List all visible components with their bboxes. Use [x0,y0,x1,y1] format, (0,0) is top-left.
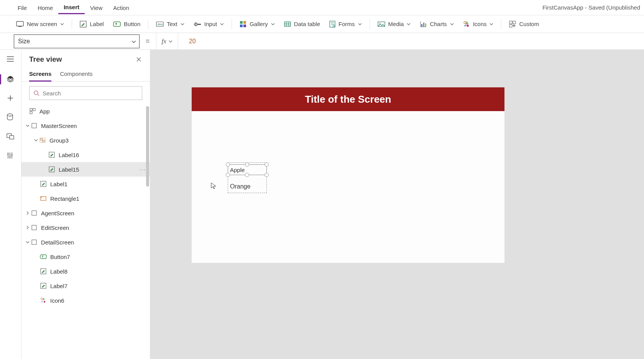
svg-rect-40 [10,136,14,139]
tab-screens[interactable]: Screens [29,68,51,82]
chevron-down-icon[interactable] [25,124,31,128]
media-dropdown[interactable]: Media [373,18,416,30]
menu-action[interactable]: Action [108,2,135,14]
svg-rect-63 [32,240,36,244]
menu-view[interactable]: View [85,2,108,14]
property-input[interactable] [18,38,118,45]
resize-handle[interactable] [245,162,249,167]
table-icon [284,21,291,27]
chevron-down-icon[interactable] [33,138,39,142]
more-options-button[interactable]: ··· [139,166,146,172]
icons-btn-label: Icons [473,21,487,27]
hamburger-icon[interactable] [7,56,15,64]
cursor-icon [211,182,216,189]
tree-node-masterscreen[interactable]: MasterScreen [21,118,150,133]
new-screen-button[interactable]: New screen [12,18,69,30]
ribbon: New screen Label Button Abc Text Input G… [0,15,644,33]
tree-node-label16[interactable]: Label16 [21,148,150,162]
svg-rect-26 [421,24,422,26]
formula-input[interactable]: 20 [184,38,196,45]
property-selector[interactable] [14,34,140,48]
resize-handle[interactable] [226,162,230,167]
resize-handle[interactable] [245,173,249,177]
tree-node-rectangle1[interactable]: Rectangle1 [21,191,150,206]
tree-label: Label16 [55,152,79,158]
chevron-right-icon[interactable] [25,226,31,229]
screen-title-label[interactable]: Title of the Screen [192,87,504,111]
scrollbar[interactable] [146,106,149,187]
insert-icon[interactable] [7,94,15,103]
svg-rect-12 [243,25,246,27]
design-screen[interactable]: Title of the Screen Apple Orange [192,87,504,263]
close-panel-button[interactable] [135,55,143,64]
text-dropdown[interactable]: Abc Text [151,18,189,30]
data-icon[interactable] [7,113,15,122]
chevron-down-icon [169,39,172,43]
chevron-right-icon[interactable] [25,211,31,215]
gallery-dropdown[interactable]: Gallery [235,18,279,30]
menu-insert[interactable]: Insert [58,1,85,14]
tree-node-label8[interactable]: Label8 [21,264,150,279]
tab-components[interactable]: Components [60,68,92,81]
tree-node-detailscreen[interactable]: DetailScreen [21,235,150,249]
advanced-icon[interactable] [7,152,15,160]
tree-view-icon[interactable] [7,75,15,84]
tree-node-label7[interactable]: Label7 [21,279,150,293]
resize-handle[interactable] [264,173,269,177]
equals-sign: = [145,37,151,45]
search-icon [33,90,39,96]
tree-label: AgentScreen [38,210,74,216]
resize-handle[interactable] [226,173,230,177]
menu-home[interactable]: Home [32,2,58,14]
media-panel-icon[interactable] [7,133,15,141]
tree-label: Button7 [47,254,70,260]
custom-btn-label: Custom [519,21,539,27]
svg-point-60 [41,197,42,198]
tree-node-agentscreen[interactable]: AgentScreen [21,206,150,220]
tree-node-group3[interactable]: Group3 [21,133,150,148]
fx-button[interactable]: fx [156,33,178,49]
search-box[interactable] [29,86,142,100]
menu-file[interactable]: File [12,2,32,14]
tree-label: Rectangle1 [47,195,79,202]
tree-node-app[interactable]: App [21,104,150,118]
svg-point-23 [379,23,380,24]
search-input[interactable] [43,90,138,97]
chevron-down-icon[interactable] [25,240,31,244]
data-table-button[interactable]: Data table [279,18,325,30]
svg-rect-31 [513,21,516,24]
tree-node-icon6[interactable]: Icon6 [21,293,150,308]
screen-icon [31,224,38,231]
divider [232,19,232,29]
tree-node-label1[interactable]: Label1 [21,177,150,191]
main-area: Tree view Screens Components App Mast [0,50,644,359]
input-icon [194,21,201,27]
svg-rect-49 [30,108,32,111]
resize-handle[interactable] [264,162,269,167]
charts-dropdown[interactable]: Charts [415,18,458,30]
canvas-area[interactable]: Title of the Screen Apple Orange [150,50,644,359]
new-screen-label: New screen [27,21,57,27]
screen-icon [31,122,38,129]
input-dropdown[interactable]: Input [189,18,228,30]
tree-node-label15[interactable]: Label15 ··· [21,162,150,177]
custom-button[interactable]: Custom [504,18,544,30]
chevron-down-icon [490,22,493,26]
icons-dropdown[interactable]: Icons [458,18,498,30]
tree-label: Label1 [47,181,67,187]
tree-node-button7[interactable]: Button7 [21,249,150,264]
tree-label: Icon6 [47,297,64,304]
forms-dropdown[interactable]: Forms [325,18,366,30]
tree-label: MasterScreen [38,123,77,129]
canvas-label16[interactable]: Orange [230,183,250,190]
icon-control-icon [40,297,47,304]
chevron-down-icon [131,39,135,43]
divider [370,19,370,29]
tree-node-editscreen[interactable]: EditScreen [21,220,150,235]
forms-icon [329,21,335,28]
label-button[interactable]: Label [75,18,108,30]
button-button[interactable]: Button [108,18,145,30]
canvas-label15[interactable]: Apple [228,164,267,175]
svg-rect-32 [509,25,512,27]
button-btn-label: Button [124,21,140,27]
